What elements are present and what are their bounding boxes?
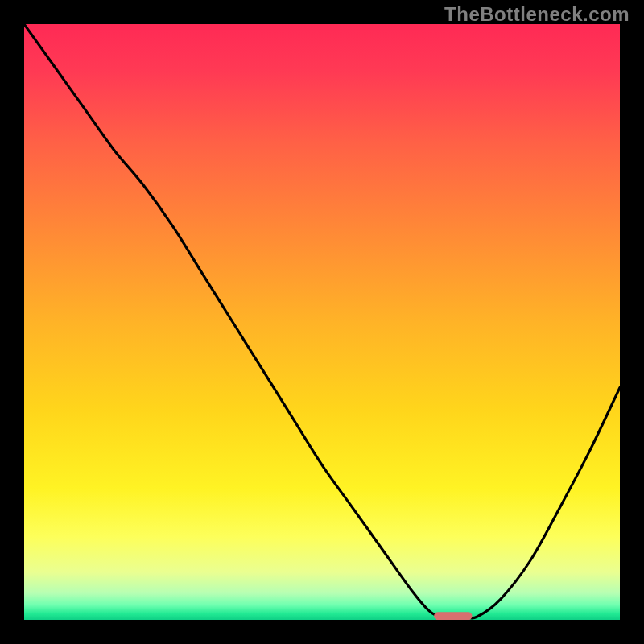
gradient-chart-canvas [24,24,620,620]
chart-frame: TheBottleneck.com [0,0,644,644]
watermark-text: TheBottleneck.com [444,3,630,26]
plot-area [24,24,620,620]
